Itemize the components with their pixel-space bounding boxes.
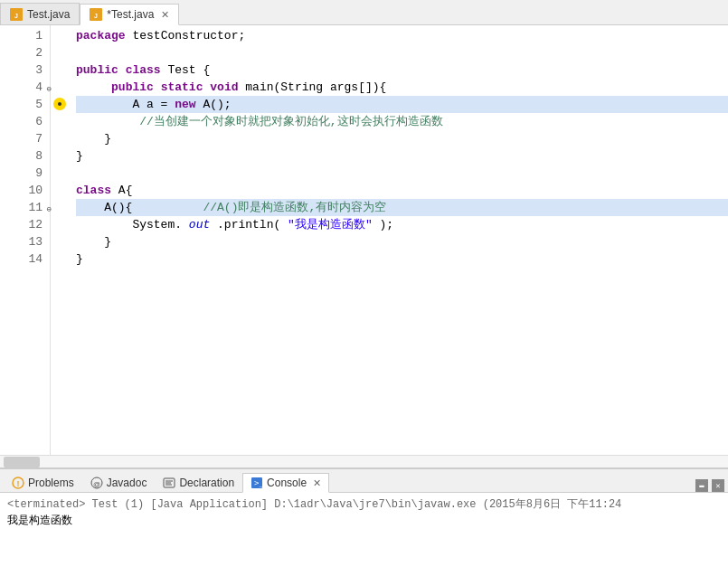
keyword-class: class	[126, 63, 161, 77]
tab-test-java[interactable]: J Test.java	[0, 3, 80, 24]
debug-gutter-14	[51, 250, 69, 268]
line-num-9: 9	[18, 165, 43, 182]
tab-problems[interactable]: ! Problems	[4, 472, 82, 492]
line-num-8: 8	[18, 147, 43, 165]
code-container: 1 2 3 4⊖ 5 6 7 8 9 10 11⊖ 12 13 14	[0, 25, 728, 455]
tab-declaration-label: Declaration	[179, 477, 234, 489]
tab-console-label: Console	[267, 477, 307, 489]
svg-text:@: @	[93, 480, 100, 488]
tab-close-icon[interactable]: ✕	[161, 9, 169, 21]
code-line-7: }	[76, 130, 728, 147]
keyword-package: package	[76, 29, 126, 42]
code-line-4: public static void main(String args[]){	[76, 79, 728, 96]
editor-area: 1 2 3 4⊖ 5 6 7 8 9 10 11⊖ 12 13 14	[0, 25, 728, 467]
code-comment-6: //当创建一个对象时就把对象初始化,这时会执行构造函数	[139, 115, 442, 128]
console-output-line: 我是构造函数	[7, 513, 721, 529]
line-num-11: 11⊖	[18, 199, 43, 216]
debug-gutter-12	[51, 216, 69, 233]
line-num-5: 5	[18, 96, 43, 113]
bottom-right-buttons: ▬ ✕	[695, 479, 728, 492]
line-num-7: 7	[18, 130, 43, 147]
debug-gutter-11	[51, 199, 69, 216]
java-file-icon-2: J	[90, 8, 102, 21]
code-line-13: }	[76, 233, 728, 250]
minimize-icon: ▬	[699, 481, 704, 490]
tab-problems-label: Problems	[28, 477, 74, 489]
code-normal: testConstructor;	[132, 29, 245, 42]
code-line-2	[76, 44, 728, 61]
keyword-static: static	[161, 80, 203, 94]
svg-text:J: J	[94, 13, 98, 19]
bottom-tab-bar: ! Problems @ Javadoc Declaration >_	[0, 469, 728, 493]
code-line-11: A(){ //A()即是构造函数,有时内容为空	[76, 199, 728, 216]
line-num-4: 4⊖	[18, 79, 43, 96]
line-num-14: 14	[18, 250, 43, 268]
editor-gutter	[0, 25, 18, 455]
debug-gutter-4	[51, 79, 69, 96]
keyword-public: public	[76, 63, 118, 77]
svg-text:J: J	[14, 13, 18, 19]
line-num-2: 2	[18, 44, 43, 61]
code-line-14: }	[76, 250, 728, 268]
java-file-icon: J	[10, 8, 23, 21]
code-line-9	[76, 165, 728, 182]
tab-label-modified: *Test.java	[107, 8, 154, 21]
problems-icon: !	[12, 477, 24, 489]
svg-text:!: !	[17, 479, 20, 488]
field-out: out	[189, 218, 210, 231]
minimize-view-button[interactable]: ▬	[695, 479, 708, 492]
code-content[interactable]: package testConstructor; public class Te…	[69, 25, 728, 455]
tab-test-java-modified[interactable]: J *Test.java ✕	[80, 4, 179, 25]
line-num-12: 12	[18, 216, 43, 233]
line-num-10: 10	[18, 182, 43, 199]
line-num-3: 3	[18, 61, 43, 79]
debug-gutter-7	[51, 130, 69, 147]
debug-gutter-5	[51, 96, 69, 113]
code-line-8: }	[76, 147, 728, 165]
line-numbers-column: 1 2 3 4⊖ 5 6 7 8 9 10 11⊖ 12 13 14	[18, 25, 51, 455]
console-close-icon: ✕	[313, 477, 321, 489]
tab-javadoc-label: Javadoc	[107, 477, 147, 489]
code-line-12: System. out .println( "我是构造函数" );	[76, 216, 728, 233]
code-line-6: //当创建一个对象时就把对象初始化,这时会执行构造函数	[76, 113, 728, 130]
close-view-button[interactable]: ✕	[712, 479, 724, 492]
tab-label: Test.java	[27, 8, 70, 21]
tab-console[interactable]: >_ Console ✕	[242, 473, 329, 493]
line-num-1: 1	[18, 27, 43, 44]
code-line-1: package testConstructor;	[76, 27, 728, 44]
keyword-new: new	[175, 98, 195, 111]
keyword-public2: public	[111, 80, 154, 94]
code-line-3: public class Test {	[76, 61, 728, 79]
debug-gutter-13	[51, 233, 69, 250]
line-num-6: 6	[18, 113, 43, 130]
debug-gutter-10	[51, 182, 69, 199]
debug-gutter-2	[51, 44, 69, 61]
svg-text:>_: >_	[254, 478, 263, 487]
code-line-5: A a = new A();	[76, 96, 728, 113]
code-line-10: class A{	[76, 182, 728, 199]
debug-gutter-1	[51, 27, 69, 44]
console-terminated-line: <terminated> Test (1) [Java Application]…	[7, 496, 721, 513]
declaration-icon	[163, 477, 175, 489]
debug-gutter-3	[51, 61, 69, 79]
debug-gutter	[51, 25, 69, 455]
debug-gutter-6	[51, 113, 69, 130]
editor-lines-wrapper: 1 2 3 4⊖ 5 6 7 8 9 10 11⊖ 12 13 14	[18, 25, 728, 455]
close-panel-icon: ✕	[715, 481, 720, 491]
console-icon: >_	[251, 477, 263, 489]
keyword-void: void	[210, 80, 238, 94]
debug-gutter-8	[51, 147, 69, 165]
javadoc-icon: @	[90, 477, 103, 489]
string-value: "我是构造函数"	[288, 218, 373, 231]
tab-bar: J Test.java J *Test.java ✕	[0, 0, 728, 25]
tab-declaration[interactable]: Declaration	[155, 472, 242, 492]
code-comment-11: //A()即是构造函数,有时内容为空	[203, 201, 386, 214]
bottom-panel: ! Problems @ Javadoc Declaration >_	[0, 467, 728, 576]
keyword-class2: class	[76, 184, 111, 197]
debug-gutter-9	[51, 165, 69, 182]
breakpoint-marker-5	[53, 98, 66, 110]
tab-javadoc[interactable]: @ Javadoc	[82, 472, 156, 492]
console-content: <terminated> Test (1) [Java Application]…	[0, 493, 728, 576]
line-num-13: 13	[18, 233, 43, 250]
horizontal-scrollbar[interactable]	[0, 455, 728, 467]
